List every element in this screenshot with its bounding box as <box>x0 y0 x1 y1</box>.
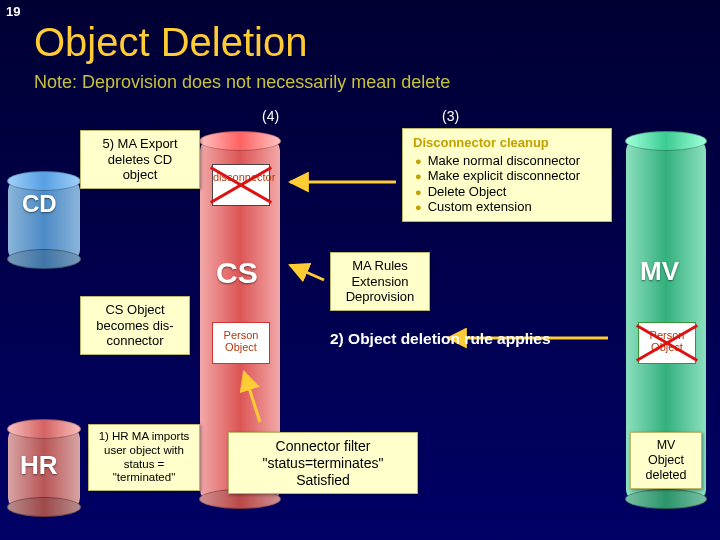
subtitle: Note: Deprovision does not necessarily m… <box>34 72 450 93</box>
cd-label: CD <box>22 190 57 218</box>
dc-item-custom: Custom extension <box>415 199 601 215</box>
stage-4-label: (4) <box>262 108 279 124</box>
person-object-text: Person Object <box>224 329 259 353</box>
dc-item-normal: Make normal disconnector <box>415 153 601 169</box>
cs-object-disconnector: disconnector <box>212 164 270 206</box>
dc-item-delete: Delete Object <box>415 184 601 200</box>
callout-ma-rules: MA Rules Extension Deprovision <box>330 252 430 311</box>
callout-step5: 5) MA Export deletes CD object <box>80 130 200 189</box>
callout-step1: 1) HR MA imports user object with status… <box>88 424 200 491</box>
callout-mv-deleted: MV Object deleted <box>630 432 702 489</box>
hr-label: HR <box>20 450 58 481</box>
mv-label: MV <box>640 256 679 287</box>
disconnector-cleanup-header: Disconnector cleanup <box>413 135 601 151</box>
mv-object-person: Person Object <box>638 322 696 364</box>
callout-connector-filter: Connector filter "status=terminates" Sat… <box>228 432 418 494</box>
slide-number: 19 <box>6 4 20 19</box>
page-title: Object Deletion <box>34 20 307 65</box>
rule-2-text: 2) Object deletion rule applies <box>330 330 551 348</box>
callout-disconnector-cleanup: Disconnector cleanup Make normal disconn… <box>402 128 612 222</box>
callout-cs-disconnector: CS Object becomes dis-connector <box>80 296 190 355</box>
stage-3-label: (3) <box>442 108 459 124</box>
cs-object-person: Person Object <box>212 322 270 364</box>
svg-line-1 <box>290 265 324 280</box>
cs-label: CS <box>216 256 258 290</box>
dc-item-explicit: Make explicit disconnector <box>415 168 601 184</box>
